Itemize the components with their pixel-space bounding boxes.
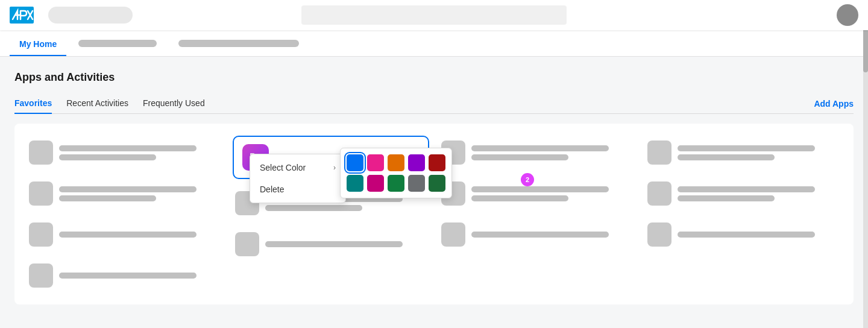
- card-icon: [647, 140, 671, 165]
- color-swatch-dark-red[interactable]: [429, 154, 445, 171]
- color-swatch-dark-green[interactable]: [429, 175, 445, 192]
- list-item[interactable]: [27, 259, 223, 292]
- card-text-line: [59, 195, 156, 201]
- header-app-pill: [48, 7, 133, 24]
- card-text-line: [59, 154, 156, 160]
- card-column-3: [439, 136, 635, 292]
- cards-container: Customer Returns Overview ⋯ 1: [14, 124, 854, 304]
- card-icon: [29, 181, 53, 206]
- header-search-bar[interactable]: [301, 5, 567, 25]
- card-text-line: [59, 273, 197, 279]
- card-icon: [647, 181, 671, 206]
- nav-tab-2-label: [78, 40, 157, 47]
- card-text-line: [471, 232, 609, 238]
- header: [0, 0, 868, 30]
- list-item[interactable]: [27, 136, 223, 169]
- list-item[interactable]: [645, 136, 841, 169]
- nav-tab-3[interactable]: [169, 33, 309, 56]
- card-icon: [647, 222, 671, 247]
- color-swatch-dark-gray[interactable]: [408, 175, 425, 192]
- scrollbar-thumb[interactable]: [863, 24, 868, 72]
- card-text-line: [59, 145, 197, 151]
- list-item[interactable]: [233, 227, 429, 261]
- card-text-line: [678, 232, 815, 238]
- sap-logo: [10, 7, 34, 24]
- list-item[interactable]: [645, 218, 841, 251]
- card-text-line: [471, 186, 609, 192]
- color-picker-row-2: [347, 175, 445, 192]
- context-menu-delete[interactable]: Delete: [250, 178, 345, 200]
- main-content: Apps and Activities Favorites Recent Act…: [0, 57, 868, 304]
- subtab-frequent[interactable]: Frequently Used: [143, 93, 205, 114]
- color-swatch-teal[interactable]: [347, 175, 363, 192]
- subtab-recent[interactable]: Recent Activities: [66, 93, 128, 114]
- section-title: Apps and Activities: [14, 71, 854, 84]
- card-text-line: [678, 195, 775, 201]
- user-avatar[interactable]: [837, 4, 858, 26]
- card-text-line: [471, 154, 568, 160]
- card-icon: [441, 222, 465, 247]
- color-swatch-green[interactable]: [388, 175, 404, 192]
- card-text-line: [265, 205, 362, 211]
- sub-tabs: Favorites Recent Activities Frequently U…: [14, 93, 854, 114]
- card-column-4: [645, 136, 841, 292]
- color-picker-menu: [340, 148, 452, 198]
- nav-tab-3-label: [178, 40, 299, 47]
- context-menu-select-color[interactable]: Select Color ›: [250, 157, 345, 178]
- card-text-line: [471, 195, 568, 201]
- nav-bar: My Home: [0, 30, 868, 57]
- card-text-line: [471, 145, 609, 151]
- card-icon: [29, 140, 53, 165]
- list-item[interactable]: [439, 136, 635, 169]
- nav-tab-my-home[interactable]: My Home: [10, 33, 66, 56]
- add-apps-button[interactable]: Add Apps: [814, 94, 854, 113]
- card-column-1: [27, 136, 223, 292]
- card-icon: [235, 232, 259, 256]
- card-text-line: [678, 154, 775, 160]
- list-item[interactable]: [645, 177, 841, 210]
- color-swatch-blue[interactable]: [347, 154, 363, 171]
- color-swatch-pink[interactable]: [367, 154, 384, 171]
- card-icon: [29, 222, 53, 247]
- card-icon: [29, 263, 53, 288]
- subtab-favorites[interactable]: Favorites: [14, 93, 52, 114]
- list-item[interactable]: [27, 177, 223, 210]
- card-text-line: [59, 232, 197, 238]
- scrollbar[interactable]: [863, 0, 868, 304]
- color-picker-row-1: [347, 154, 445, 171]
- color-swatch-orange[interactable]: [388, 154, 404, 171]
- card-text-line: [265, 241, 403, 247]
- card-text-line: [678, 186, 815, 192]
- list-item[interactable]: [439, 218, 635, 251]
- card-text-line: [678, 145, 815, 151]
- chevron-right-icon: ›: [333, 163, 336, 172]
- color-swatch-magenta[interactable]: [367, 175, 384, 192]
- card-text-line: [59, 186, 197, 192]
- badge-2: 2: [521, 173, 534, 186]
- list-item[interactable]: [439, 177, 635, 210]
- nav-tab-2[interactable]: [69, 33, 166, 56]
- list-item[interactable]: [27, 218, 223, 251]
- color-swatch-purple[interactable]: [408, 154, 425, 171]
- context-menu: Select Color › Delete: [250, 154, 346, 203]
